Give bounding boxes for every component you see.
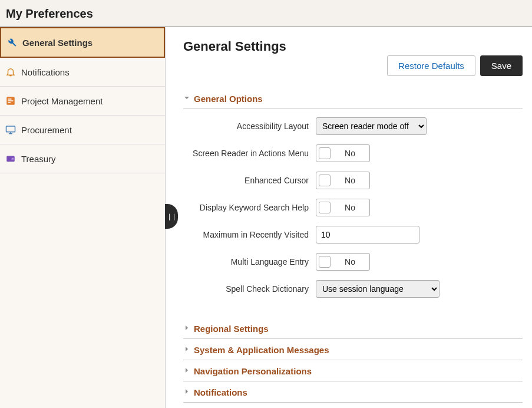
accessibility-label: Accessibility Layout [183, 121, 316, 131]
sidebar-item-project-management[interactable]: Project Management [0, 87, 165, 116]
sidebar-item-general-settings[interactable]: General Settings [0, 27, 165, 58]
toggle-box [319, 256, 331, 268]
display-keyword-help-label: Display Keyword Search Help [183, 203, 316, 213]
sidebar-item-label: Notifications [21, 67, 70, 77]
general-options-form: Accessibility Layout Screen reader mode … [183, 109, 523, 318]
chevron-right-icon [183, 324, 190, 333]
enhanced-cursor-toggle[interactable]: No [316, 172, 370, 189]
toggle-box [319, 202, 331, 213]
toggle-text: No [331, 203, 369, 212]
svg-point-7 [12, 159, 14, 160]
sidebar-item-label: Project Management [21, 96, 103, 106]
display-keyword-help-toggle[interactable]: No [316, 199, 370, 216]
section-title: Regional Settings [194, 324, 269, 334]
accessibility-select[interactable]: Screen reader mode off [316, 117, 427, 135]
section-header-regional-settings[interactable]: Regional Settings [183, 318, 523, 339]
chevron-right-icon [183, 388, 190, 397]
spell-check-select[interactable]: Use session language [316, 280, 440, 298]
section-header-system-messages[interactable]: System & Application Messages [183, 339, 523, 360]
section-header-general-options[interactable]: General Options [183, 88, 523, 109]
sidebar-item-notifications[interactable]: Notifications [0, 58, 165, 87]
svg-rect-4 [6, 126, 15, 132]
section-header-navigation-personalizations[interactable]: Navigation Personalizations [183, 360, 523, 381]
screen-reader-actions-toggle[interactable]: No [316, 144, 370, 162]
wallet-icon [5, 153, 16, 164]
screen-reader-actions-label: Screen Reader in Actions Menu [183, 149, 316, 159]
wrench-icon [6, 37, 18, 48]
sidebar-item-treasury[interactable]: Treasury [0, 144, 165, 173]
chevron-right-icon [183, 346, 190, 354]
chevron-down-icon [183, 94, 190, 103]
max-recently-visited-input[interactable] [316, 226, 419, 244]
page-title: My Preferences [0, 0, 532, 27]
section-header-notifications[interactable]: Notifications [183, 381, 523, 403]
restore-defaults-button[interactable]: Restore Defaults [387, 55, 475, 76]
main-content: ❘❘ General Settings Restore Defaults Sav… [165, 27, 532, 408]
svg-rect-2 [8, 100, 14, 101]
monitor-icon [5, 124, 16, 136]
save-button[interactable]: Save [480, 55, 523, 76]
sidebar: General Settings Notifications Project M… [0, 27, 165, 408]
sidebar-collapse-handle[interactable]: ❘❘ [165, 204, 178, 229]
max-recently-visited-label: Maximum in Recently Visited [183, 230, 316, 240]
section-title: Navigation Personalizations [194, 366, 312, 376]
svg-rect-1 [8, 98, 12, 100]
chevron-right-icon [183, 367, 190, 376]
toggle-box [319, 147, 331, 159]
sidebar-item-label: General Settings [22, 38, 92, 48]
toggle-text: No [331, 257, 369, 266]
bell-icon [5, 66, 16, 78]
sidebar-item-label: Treasury [21, 154, 56, 164]
toggle-text: No [331, 149, 369, 158]
sidebar-item-label: Procurement [21, 125, 72, 135]
multi-language-toggle[interactable]: No [316, 253, 370, 271]
toggle-box [319, 175, 331, 186]
spell-check-label: Spell Check Dictionary [183, 284, 316, 294]
section-title: System & Application Messages [194, 345, 329, 355]
svg-rect-3 [8, 102, 11, 103]
section-header-advanced-settings[interactable]: Advanced Settings [183, 403, 523, 408]
chart-icon [5, 95, 16, 107]
main-title: General Settings [183, 38, 286, 54]
enhanced-cursor-label: Enhanced Cursor [183, 176, 316, 186]
sidebar-item-procurement[interactable]: Procurement [0, 116, 165, 144]
section-title: General Options [194, 94, 263, 104]
section-title: Notifications [194, 387, 247, 397]
multi-language-label: Multi Language Entry [183, 257, 316, 267]
toggle-text: No [331, 176, 369, 185]
